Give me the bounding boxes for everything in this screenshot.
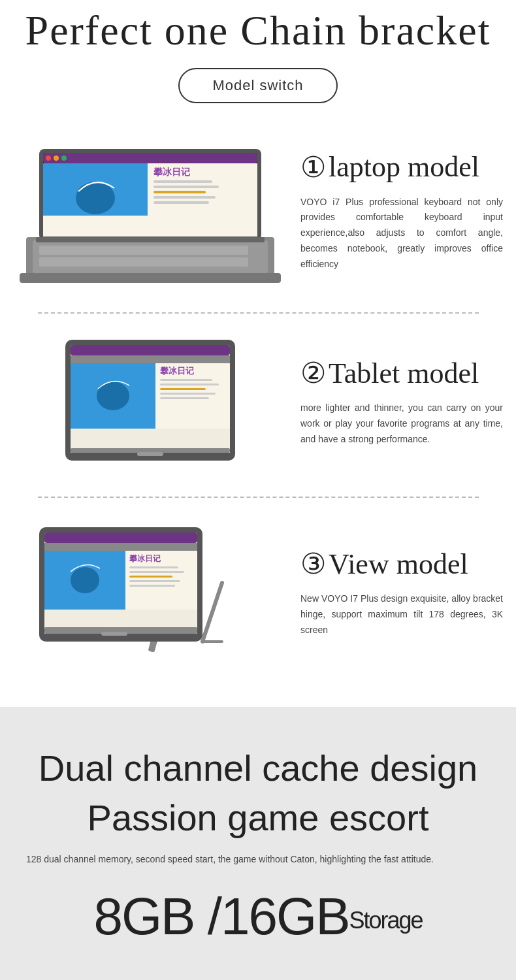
model-number-3: ③ xyxy=(300,547,326,581)
storage-label: Storage xyxy=(349,906,423,933)
svg-rect-8 xyxy=(54,155,59,161)
model-row-view: 攀冰日记 ③ View model New VOYO I7 xyxy=(13,504,503,687)
svg-rect-19 xyxy=(36,237,265,242)
svg-rect-28 xyxy=(160,379,212,381)
svg-rect-32 xyxy=(160,397,209,399)
model-desc-1: VOYO i7 Plus professional keyboard not o… xyxy=(300,195,503,272)
laptop-illustration: 攀冰日记 xyxy=(20,136,281,286)
svg-line-52 xyxy=(202,583,222,642)
storage-value: 8GB /16GB xyxy=(93,887,349,945)
model-info-view: ③ View model New VOYO I7 Plus design exq… xyxy=(300,547,503,638)
svg-rect-35 xyxy=(137,452,163,456)
svg-rect-48 xyxy=(129,585,175,587)
svg-rect-9 xyxy=(61,155,67,161)
svg-text:攀冰日记: 攀冰日记 xyxy=(160,366,195,376)
svg-rect-3 xyxy=(39,257,248,267)
dual-channel-title: Dual channel cache design xyxy=(26,746,490,790)
model-name-1: laptop model xyxy=(329,150,479,184)
svg-rect-16 xyxy=(153,191,206,193)
svg-text:攀冰日记: 攀冰日记 xyxy=(129,554,161,563)
svg-rect-46 xyxy=(129,576,172,578)
model-info-tablet: ② Tablet model more lighter and thinner,… xyxy=(300,356,503,447)
svg-rect-24 xyxy=(71,355,230,363)
svg-rect-47 xyxy=(129,580,180,582)
model-desc-2: more lighter and thinner, you can carry … xyxy=(300,400,503,447)
tablet-illustration: 攀冰日记 xyxy=(52,333,248,470)
model-title-laptop: ① laptop model xyxy=(300,150,503,184)
svg-rect-1 xyxy=(33,240,268,273)
svg-rect-17 xyxy=(153,196,216,199)
header-section: Perfect one Chain bracket Model switch xyxy=(0,0,516,116)
svg-rect-20 xyxy=(20,273,281,283)
svg-rect-2 xyxy=(39,246,248,255)
svg-rect-15 xyxy=(153,186,219,188)
svg-rect-6 xyxy=(43,153,257,163)
svg-rect-23 xyxy=(71,345,230,355)
model-name-2: Tablet model xyxy=(329,357,479,390)
svg-rect-31 xyxy=(160,393,216,395)
svg-rect-40 xyxy=(44,543,197,551)
model-number-2: ② xyxy=(300,356,326,390)
view-image-container: 攀冰日记 xyxy=(13,517,287,668)
svg-text:攀冰日记: 攀冰日记 xyxy=(153,167,191,177)
laptop-image-container: 攀冰日记 xyxy=(13,136,287,286)
svg-rect-45 xyxy=(129,571,184,573)
bottom-device-area xyxy=(26,966,490,980)
models-area: 攀冰日记 ① laptop model VOYO i7 Plus profess… xyxy=(0,116,516,694)
svg-point-42 xyxy=(71,567,99,593)
svg-rect-39 xyxy=(44,532,197,543)
svg-rect-7 xyxy=(46,155,51,161)
page-title: Perfect one Chain bracket xyxy=(13,7,503,55)
divider-2 xyxy=(38,497,479,498)
tablet-image-container: 攀冰日记 xyxy=(13,333,287,470)
view-illustration: 攀冰日记 xyxy=(26,517,274,668)
model-title-view: ③ View model xyxy=(300,547,503,581)
svg-rect-30 xyxy=(160,388,206,390)
model-number-1: ① xyxy=(300,150,326,184)
divider-1 xyxy=(38,312,479,314)
model-title-tablet: ② Tablet model xyxy=(300,356,503,390)
bottom-section: Dual channel cache design Passion game e… xyxy=(0,707,516,980)
model-info-laptop: ① laptop model VOYO i7 Plus professional… xyxy=(300,150,503,272)
dual-channel-desc: 128 dual channel memory, second speed st… xyxy=(26,852,490,866)
svg-rect-44 xyxy=(129,566,178,568)
svg-point-12 xyxy=(76,182,115,214)
svg-rect-18 xyxy=(153,201,209,204)
model-switch-button[interactable]: Model switch xyxy=(178,68,337,103)
model-row-tablet: 攀冰日记 ② Tablet model more lighter and thi… xyxy=(13,320,503,490)
svg-rect-34 xyxy=(71,448,230,453)
model-row-laptop: 攀冰日记 ① laptop model VOYO i7 Plus profess… xyxy=(13,123,503,306)
model-name-3: View model xyxy=(329,547,468,581)
storage-display: 8GB /16GBStorage xyxy=(26,887,490,947)
model-desc-3: New VOYO I7 Plus design exquisite, alloy… xyxy=(300,591,503,638)
dual-channel-subtitle: Passion game escort xyxy=(26,796,490,839)
svg-rect-14 xyxy=(153,180,212,183)
bottom-device-illustration xyxy=(95,966,421,980)
svg-rect-29 xyxy=(160,384,219,385)
svg-rect-51 xyxy=(101,632,127,636)
